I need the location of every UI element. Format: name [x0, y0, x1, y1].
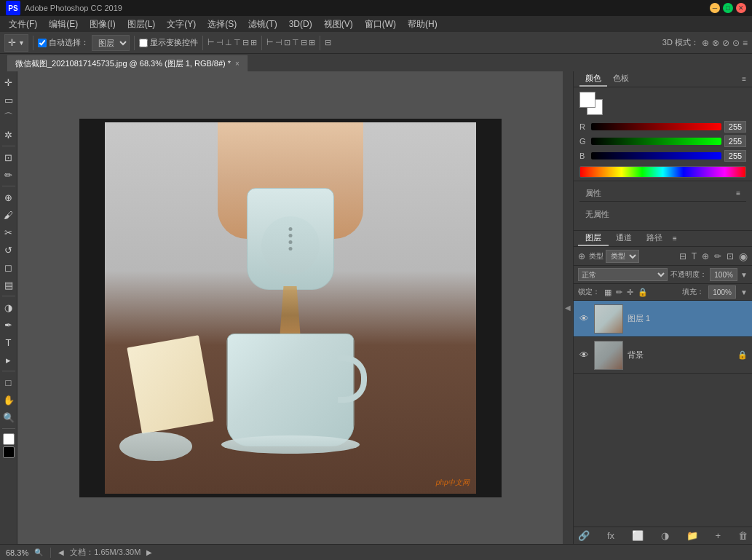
background-color[interactable]	[3, 446, 15, 458]
shape-tool[interactable]: □	[1, 374, 17, 390]
menu-select[interactable]: 选择(S)	[202, 17, 242, 32]
spacing-icon[interactable]: ⊟	[325, 38, 331, 47]
auto-select-checkbox[interactable]	[38, 39, 47, 47]
menu-text[interactable]: 文字(Y)	[161, 17, 202, 32]
g-slider[interactable]	[591, 138, 721, 145]
crop-tool[interactable]: ⊡	[1, 149, 17, 165]
layer-fx-btn[interactable]: fx	[607, 530, 614, 541]
layers-tab[interactable]: 图层	[578, 231, 609, 246]
move-tool[interactable]: ✛	[1, 74, 17, 90]
selection-tool[interactable]: ▭	[1, 92, 17, 108]
menu-image[interactable]: 图像(I)	[84, 17, 121, 32]
distribute-icon-6[interactable]: ⊞	[309, 38, 315, 47]
g-value-input[interactable]	[724, 135, 746, 147]
layer-group-btn[interactable]: 📁	[686, 530, 698, 541]
layer-1-visibility[interactable]: 👁	[578, 313, 590, 325]
3d-btn-1[interactable]: ⊕	[702, 38, 709, 48]
align-icon-5[interactable]: ⊟	[242, 38, 249, 47]
menu-filter[interactable]: 滤镜(T)	[242, 17, 282, 32]
paths-tab[interactable]: 路径	[639, 231, 670, 246]
lock-move-icon[interactable]: ✛	[627, 288, 633, 297]
layer-link-btn[interactable]: 🔗	[578, 530, 590, 541]
gradient-tool[interactable]: ▤	[1, 277, 17, 293]
color-panel-menu[interactable]: ≡	[742, 75, 746, 83]
distribute-icon-2[interactable]: ⊣	[275, 38, 282, 47]
menu-edit[interactable]: 编辑(E)	[43, 17, 84, 32]
foreground-swatch[interactable]	[579, 92, 595, 108]
3d-btn-2[interactable]: ⊗	[712, 38, 719, 48]
layers-panel-menu[interactable]: ≡	[673, 234, 677, 242]
align-icon-6[interactable]: ⊞	[250, 38, 257, 47]
transform-checkbox[interactable]	[139, 39, 148, 47]
layer-icon-3[interactable]: ⊕	[700, 250, 711, 263]
props-menu[interactable]: ≡	[736, 189, 740, 197]
opacity-input[interactable]	[710, 268, 737, 281]
lasso-tool[interactable]: ⌒	[1, 109, 17, 125]
lock-transparent-icon[interactable]: ▦	[604, 288, 612, 297]
align-icon-1[interactable]: ⊢	[207, 38, 215, 47]
layer-adjustment-btn[interactable]: ◑	[661, 530, 669, 541]
channels-tab[interactable]: 通道	[609, 231, 639, 246]
menu-view[interactable]: 视图(V)	[318, 17, 359, 32]
eraser-tool[interactable]: ◻	[1, 259, 17, 275]
menu-3d[interactable]: 3D(D)	[283, 17, 318, 31]
layer-icon-4[interactable]: ✏	[713, 250, 723, 263]
swatches-tab[interactable]: 色板	[607, 71, 635, 87]
layer-2-visibility[interactable]: 👁	[578, 350, 590, 361]
layer-filter-icon[interactable]: ⊕	[577, 250, 587, 263]
align-icon-4[interactable]: ⊤	[234, 38, 241, 47]
lock-brush-icon[interactable]: ✏	[616, 288, 622, 297]
history-tool[interactable]: ↺	[1, 242, 17, 258]
3d-btn-5[interactable]: ≡	[743, 38, 748, 48]
pen-tool[interactable]: ✒	[1, 317, 17, 333]
text-tool[interactable]: T	[1, 334, 17, 350]
layer-new-btn[interactable]: +	[716, 530, 721, 541]
distribute-icon-4[interactable]: ⊤	[292, 38, 299, 47]
brush-tool[interactable]: 🖌	[1, 207, 17, 223]
hand-tool[interactable]: ✋	[1, 392, 17, 408]
fill-arrow[interactable]: ▼	[740, 288, 748, 296]
path-select-tool[interactable]: ▸	[1, 352, 17, 368]
r-value-input[interactable]	[724, 121, 746, 133]
eyedropper-tool[interactable]: ✏	[1, 167, 17, 183]
distribute-icon-1[interactable]: ⊢	[266, 38, 274, 47]
kind-select[interactable]: 类型	[606, 250, 639, 263]
align-icon-2[interactable]: ⊣	[216, 38, 223, 47]
distribute-icon-3[interactable]: ⊡	[284, 38, 290, 47]
layer-delete-btn[interactable]: 🗑	[738, 530, 748, 541]
document-tab[interactable]: 微信截图_20210817145735.jpg @ 68.3% (图层 1, R…	[7, 55, 248, 71]
3d-btn-3[interactable]: ⊘	[722, 38, 729, 48]
menu-window[interactable]: 窗口(W)	[359, 17, 402, 32]
healing-tool[interactable]: ⊕	[1, 189, 17, 205]
doc-arrow-left[interactable]: ◀	[58, 548, 64, 556]
b-slider[interactable]	[591, 152, 721, 159]
layer-item-1[interactable]: 👁 图层 1	[574, 301, 752, 337]
menu-help[interactable]: 帮助(H)	[402, 17, 443, 32]
3d-btn-4[interactable]: ⊙	[732, 38, 740, 48]
side-collapse-button[interactable]: ◀	[563, 71, 573, 544]
layer-icon-1[interactable]: ⊟	[678, 250, 688, 263]
opacity-arrow[interactable]: ▼	[740, 271, 748, 279]
zoom-tool[interactable]: 🔍	[1, 409, 17, 425]
layer-mask-btn[interactable]: ⬜	[632, 530, 644, 541]
menu-file[interactable]: 文件(F)	[3, 17, 43, 32]
tab-close-button[interactable]: ×	[235, 60, 240, 68]
fill-input[interactable]	[708, 285, 736, 299]
doc-arrow-right[interactable]: ▶	[146, 548, 152, 556]
foreground-color[interactable]	[3, 433, 15, 445]
layer-item-2[interactable]: 👁 背景 🔒	[574, 337, 752, 374]
color-spectrum[interactable]	[579, 166, 746, 178]
maximize-button[interactable]: □	[723, 3, 733, 13]
wand-tool[interactable]: ✲	[1, 127, 17, 143]
blend-mode-select[interactable]: 正常	[578, 268, 668, 281]
r-slider[interactable]	[591, 123, 721, 130]
distribute-icon-5[interactable]: ⊟	[301, 38, 307, 47]
color-tab[interactable]: 颜色	[579, 71, 607, 87]
clone-tool[interactable]: ✂	[1, 224, 17, 240]
align-icon-3[interactable]: ⊥	[225, 38, 232, 47]
move-tool-icon[interactable]: ✛▼	[4, 34, 28, 52]
b-value-input[interactable]	[724, 150, 746, 162]
lock-all-icon[interactable]: 🔒	[638, 288, 648, 297]
filter-toggle[interactable]: ◉	[737, 249, 749, 264]
close-button[interactable]: ✕	[736, 3, 746, 13]
